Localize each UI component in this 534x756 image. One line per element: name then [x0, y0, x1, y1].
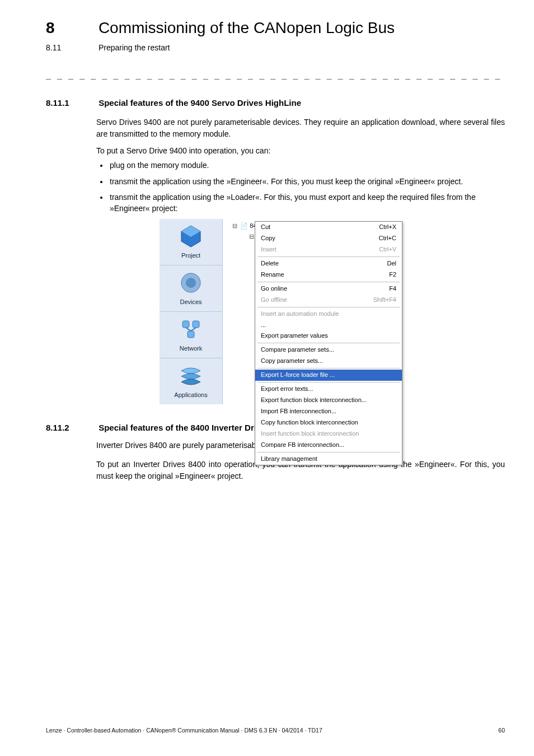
menu-item-ellipsis[interactable]: ... — [255, 320, 402, 331]
menu-separator — [257, 452, 400, 452]
devices-icon — [178, 270, 204, 296]
sidebar-item-project[interactable]: Project — [160, 219, 222, 265]
menu-label: Copy — [261, 234, 275, 243]
sidebar-item-label: Project — [181, 251, 200, 260]
sidebar-item-label: Devices — [180, 298, 202, 307]
menu-separator — [257, 343, 400, 343]
applications-icon — [178, 363, 204, 389]
svg-rect-4 — [182, 321, 189, 328]
menu-item-insert-auto: Insert an automation module — [255, 309, 402, 320]
menu-item-delete[interactable]: DeleteDel — [255, 258, 402, 269]
menu-label: Compare parameter sets... — [261, 346, 334, 354]
menu-shortcut: Del — [387, 259, 396, 268]
collapse-icon[interactable]: ⊟ — [247, 232, 255, 241]
menu-label: Go online — [261, 284, 287, 293]
svg-rect-5 — [193, 321, 199, 328]
sidebar-item-network[interactable]: Network — [160, 312, 222, 358]
project-icon-small: 📄 — [240, 222, 248, 229]
menu-item-go-offline: Go offlineShift+F4 — [255, 295, 402, 306]
menu-item-insert-fb: Insert function block interconnection — [255, 428, 402, 440]
menu-separator — [257, 256, 400, 257]
menu-item-copy-param[interactable]: Copy parameter sets... — [255, 356, 402, 367]
sidebar-item-applications[interactable]: Applications — [160, 358, 222, 404]
menu-shortcut: F2 — [389, 270, 396, 279]
svg-line-8 — [191, 328, 196, 331]
section-number: 8.11 — [46, 42, 96, 53]
svg-point-3 — [186, 278, 196, 288]
collapse-icon[interactable]: ⊟ — [231, 222, 238, 231]
menu-separator — [257, 282, 400, 282]
menu-label: ... — [261, 321, 266, 330]
subsection-heading-1: 8.11.1 Special features of the 9400 Serv… — [46, 97, 505, 109]
menu-item-export-param[interactable]: Export parameter values — [255, 330, 402, 342]
sidebar: Project Devices — [160, 219, 223, 404]
menu-item-go-online[interactable]: Go onlineF4 — [255, 283, 402, 295]
menu-shortcut: Ctrl+C — [379, 234, 396, 243]
list-item: transmit the application using the »Load… — [109, 192, 505, 214]
chapter-title: Commissioning of the CANopen Logic Bus — [99, 17, 395, 40]
menu-label: Insert function block interconnection — [261, 430, 359, 438]
menu-label: Insert — [261, 245, 277, 254]
svg-line-7 — [186, 328, 191, 331]
page-number: 60 — [498, 726, 505, 735]
menu-separator — [257, 382, 400, 382]
menu-label: Export error texts... — [261, 385, 313, 394]
subsection-title-1: Special features of the 9400 Servo Drive… — [99, 98, 301, 108]
list-item: plug on the memory module. — [109, 160, 505, 171]
menu-item-compare-fb[interactable]: Compare FB interconnection... — [255, 440, 402, 451]
section-title: Preparing the restart — [99, 42, 170, 53]
para-2: To put a Servo Drive 9400 into operation… — [96, 145, 505, 156]
menu-label: Copy parameter sets... — [261, 357, 323, 366]
menu-label: Insert an automation module — [261, 310, 339, 319]
menu-shortcut: F4 — [389, 284, 396, 293]
list-item: transmit the application using the »Engi… — [109, 176, 505, 187]
menu-item-insert: InsertCtrl+V — [255, 244, 402, 255]
menu-label: Go offline — [261, 296, 287, 305]
network-icon — [178, 316, 204, 342]
sidebar-item-devices[interactable]: Devices — [160, 265, 222, 312]
menu-item-copy[interactable]: CopyCtrl+C — [255, 233, 402, 244]
menu-item-cut[interactable]: CutCtrl+X — [255, 222, 402, 233]
para-1: Servo Drives 9400 are not purely paramet… — [96, 116, 505, 139]
menu-separator — [257, 368, 400, 368]
menu-item-export-fb[interactable]: Export function block interconnection... — [255, 395, 402, 406]
project-icon — [178, 223, 204, 249]
menu-item-library[interactable]: Library management — [255, 454, 402, 465]
menu-label: Rename — [261, 270, 284, 279]
menu-item-rename[interactable]: RenameF2 — [255, 269, 402, 281]
chapter-number: 8 — [46, 17, 96, 40]
page-footer: Lenze · Controller-based Automation · CA… — [46, 726, 505, 735]
subsection-number-1: 8.11.1 — [46, 97, 96, 109]
page-header: 8 Commissioning of the CANopen Logic Bus… — [46, 17, 505, 53]
menu-shortcut: Ctrl+V — [379, 245, 396, 254]
menu-item-export-error[interactable]: Export error texts... — [255, 384, 402, 395]
menu-label: Delete — [261, 259, 279, 268]
menu-item-import-fb[interactable]: Import FB interconnection... — [255, 406, 402, 417]
menu-label: Export parameter values — [261, 332, 328, 340]
menu-separator — [257, 307, 400, 307]
footer-text: Lenze · Controller-based Automation · CA… — [46, 726, 322, 735]
subsection-number-2: 8.11.2 — [46, 422, 96, 434]
menu-label: Copy function block interconnection — [261, 418, 358, 427]
divider-rule: _ _ _ _ _ _ _ _ _ _ _ _ _ _ _ _ _ _ _ _ … — [46, 69, 505, 81]
bullet-list: plug on the memory module. transmit the … — [96, 160, 505, 214]
menu-label: Export L-force loader file ... — [261, 371, 335, 380]
menu-item-export-loader[interactable]: Export L-force loader file ... — [255, 370, 402, 381]
menu-label: Library management — [261, 455, 317, 464]
context-menu: CutCtrl+X CopyCtrl+C InsertCtrl+V Delete… — [255, 221, 402, 465]
menu-label: Export function block interconnection... — [261, 396, 367, 405]
menu-shortcut: Shift+F4 — [373, 296, 396, 305]
sidebar-item-label: Network — [180, 344, 202, 353]
sidebar-item-label: Applications — [174, 391, 207, 400]
subsection-title-2: Special features of the 8400 Inverter Dr… — [99, 423, 270, 432]
menu-label: Compare FB interconnection... — [261, 441, 344, 450]
menu-label: Import FB interconnection... — [261, 407, 336, 416]
menu-item-compare-param[interactable]: Compare parameter sets... — [255, 344, 402, 356]
menu-shortcut: Ctrl+X — [379, 223, 396, 232]
menu-label: Cut — [261, 223, 270, 232]
menu-item-copy-fb[interactable]: Copy function block interconnection — [255, 417, 402, 428]
svg-rect-6 — [188, 331, 194, 338]
